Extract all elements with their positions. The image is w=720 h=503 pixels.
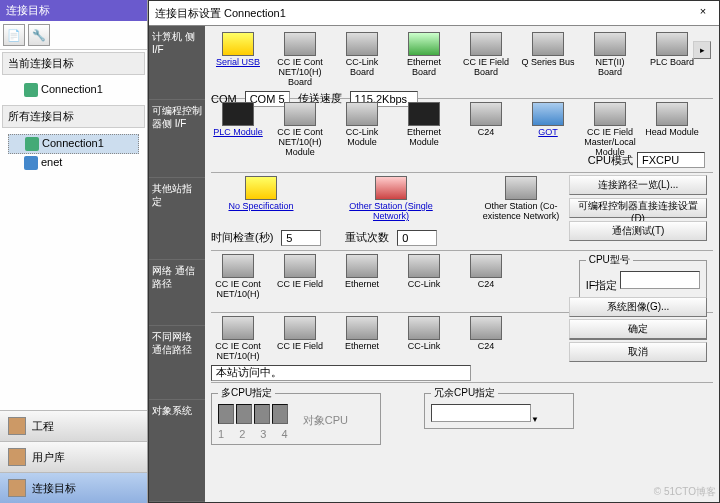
row-target-system: 多CPU指定 对象CPU 1 2 3 4 冗余CPU指定 ▼ [211,383,713,433]
cancel-button[interactable]: 取消 [569,342,707,362]
device-r1icons-4[interactable]: CC IE Field Board [459,32,513,78]
device-r1icons-0[interactable]: Serial USB [211,32,265,68]
label-pc-if: 计算机 侧 I/F [149,26,205,100]
device-r5icons-0[interactable]: CC IE Cont NET/10(H) [211,316,265,362]
device-r2icons-0[interactable]: PLC Module [211,102,265,138]
device-icon [222,254,254,278]
device-r2icons-4[interactable]: C24 [459,102,513,138]
device-r3icons-0[interactable]: No Specification [211,176,311,212]
device-r5icons-3[interactable]: CC-Link [397,316,451,352]
current-connection-item[interactable]: Connection1 [8,81,139,99]
row-labels: 计算机 侧 I/F 可编程控制 器侧 I/F 其他站指 定 网络 通信路径 不同… [149,26,205,502]
connection-list-button[interactable]: 连接路径一览(L)... [569,175,707,195]
device-label: Ethernet [335,280,389,290]
device-label: CC-Link Board [335,58,389,78]
device-label: Ethernet Module [397,128,451,148]
nav-userlib[interactable]: 用户库 [0,441,147,472]
device-r2icons-2[interactable]: CC-Link Module [335,102,389,148]
timeout-value[interactable]: 5 [281,230,321,246]
device-r1icons-6[interactable]: NET(II) Board [583,32,637,78]
device-r5icons-1[interactable]: CC IE Field [273,316,327,352]
if-field[interactable] [620,271,700,289]
device-r4icons-0[interactable]: CC IE Cont NET/10(H) [211,254,265,300]
device-label: C24 [459,128,513,138]
device-icon [594,102,626,126]
device-label: Other Station (Single Network) [341,202,441,222]
all-connection-item-2[interactable]: enet [8,154,139,172]
device-label: Ethernet [335,342,389,352]
device-r1icons-5[interactable]: Q Series Bus [521,32,575,68]
close-icon[interactable]: × [693,5,713,21]
device-r1icons-1[interactable]: CC IE Cont NET/10(H) Board [273,32,327,88]
nav-connection[interactable]: 连接目标 [0,472,147,503]
device-icon [408,254,440,278]
row-pc-if: Serial USBCC IE Cont NET/10(H) BoardCC-L… [211,29,713,99]
device-icon [470,316,502,340]
cpu-numbers: 1 2 3 4 [218,428,294,440]
device-r5icons-4[interactable]: C24 [459,316,513,352]
nav-project[interactable]: 工程 [0,410,147,441]
device-label: CC IE Cont NET/10(H) Board [273,58,327,88]
device-r2icons-7[interactable]: Head Module [645,102,699,138]
all-targets-section: 所有连接目标 [2,105,145,128]
device-r2icons-5[interactable]: GOT [521,102,575,138]
device-r3icons-1[interactable]: Other Station (Single Network) [341,176,441,222]
device-label: C24 [459,342,513,352]
device-r3icons-2[interactable]: Other Station (Co-existence Network) [471,176,571,222]
device-r2icons-1[interactable]: CC IE Cont NET/10(H) Module [273,102,327,158]
target-cpu-label: 对象CPU [303,414,348,426]
direct-connection-button[interactable]: 可编程控制器直接连接设置(D) [569,198,707,218]
dialog-title: 连接目标设置 Connection1 [155,6,286,21]
multi-cpu-fieldset: 多CPU指定 对象CPU 1 2 3 4 [211,386,381,445]
device-r1icons-2[interactable]: CC-Link Board [335,32,389,78]
device-r4icons-3[interactable]: CC-Link [397,254,451,290]
device-icon [346,102,378,126]
device-r2icons-6[interactable]: CC IE Field Master/Local Module [583,102,637,158]
row-other-station: No SpecificationOther Station (Single Ne… [211,173,713,251]
device-r4icons-4[interactable]: C24 [459,254,513,290]
device-label: Other Station (Co-existence Network) [471,202,571,222]
device-icon [284,32,316,56]
device-icon [594,32,626,56]
device-icon [470,254,502,278]
device-label: CC IE Field [273,342,327,352]
redundant-select[interactable] [431,404,531,422]
cpu-slot-2[interactable] [236,404,252,424]
cpu-slot-4[interactable] [272,404,288,424]
device-label: Head Module [645,128,699,138]
device-icon [408,316,440,340]
device-label: CC IE Field [273,280,327,290]
device-r2icons-3[interactable]: Ethernet Module [397,102,451,148]
device-icon [408,32,440,56]
tool-btn-1[interactable]: 📄 [3,24,25,46]
retry-label: 重试次数 [345,230,389,245]
all-connection-item-1[interactable]: Connection1 [8,134,139,154]
device-label: PLC Module [211,128,265,138]
device-r1icons-3[interactable]: Ethernet Board [397,32,451,78]
device-label: Q Series Bus [521,58,575,68]
device-icon [656,102,688,126]
row-network-route: CC IE Cont NET/10(H)CC IE FieldEthernetC… [211,251,713,313]
device-icon [222,32,254,56]
device-r5icons-2[interactable]: Ethernet [335,316,389,352]
watermark: © 51CTO博客 [654,485,716,499]
tool-btn-2[interactable]: 🔧 [28,24,50,46]
cpu-slot-3[interactable] [254,404,270,424]
scroll-right-icon[interactable]: ▸ [693,41,711,59]
cpu-slot-1[interactable] [218,404,234,424]
device-r1icons-7[interactable]: PLC Board [645,32,699,68]
label-coexist-route: 不同网络 通信路径 [149,326,205,400]
device-r4icons-2[interactable]: Ethernet [335,254,389,290]
device-icon [222,316,254,340]
device-label: CC IE Field Board [459,58,513,78]
device-icon [346,254,378,278]
device-label: CC-Link [397,280,451,290]
ok-button[interactable]: 确定 [569,319,707,339]
connection-dialog: 连接目标设置 Connection1 × 计算机 侧 I/F 可编程控制 器侧 … [148,0,720,503]
comm-test-button[interactable]: 通信测试(T) [569,221,707,241]
device-r4icons-1[interactable]: CC IE Field [273,254,327,290]
retry-value[interactable]: 0 [397,230,437,246]
cpu-type-fieldset: CPU型号 IF指定 [579,253,707,298]
device-icon [245,176,277,200]
device-icon [656,32,688,56]
